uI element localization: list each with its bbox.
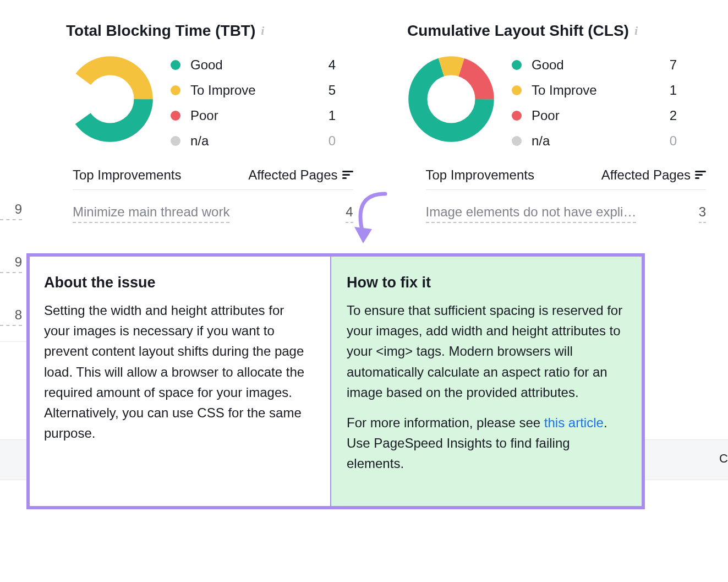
issue-callout: About the issue Setting the width and he… (26, 253, 645, 509)
affected-pages-heading[interactable]: Affected Pages (248, 167, 337, 183)
info-icon[interactable]: i (261, 24, 264, 38)
metric-cls-card: Cumulative Layout Shift (CLS) i Good7 To… (407, 22, 677, 149)
legend-tbt: Good4 To Improve5 Poor1 n/a0 (171, 55, 336, 149)
side-count: 9 (0, 254, 22, 273)
top-improvements-heading: Top Improvements (426, 167, 534, 183)
legend-item: n/a0 (512, 133, 677, 149)
sort-icon[interactable] (342, 171, 353, 180)
how-to-fix-title: How to fix it (347, 274, 626, 291)
metric-tbt-card: Total Blocking Time (TBT) i Good4 To Imp… (66, 22, 336, 149)
dot-icon (171, 60, 180, 70)
legend-item: Poor2 (512, 108, 677, 123)
this-article-link[interactable]: this article (544, 415, 604, 430)
donut-chart-cls (407, 55, 495, 143)
dot-icon (512, 136, 522, 146)
dot-icon (512, 60, 522, 70)
how-to-fix-body-1: To ensure that sufficient spacing is res… (347, 300, 626, 402)
legend-item: Good7 (512, 57, 677, 73)
legend-item: Good4 (171, 57, 336, 73)
sort-icon[interactable] (695, 171, 706, 180)
dot-icon (171, 85, 180, 95)
how-to-fix-body-2: For more information, please see this ar… (347, 412, 626, 474)
donut-chart-tbt (66, 55, 154, 143)
side-count: 9 (0, 202, 22, 220)
improvement-row[interactable]: Minimize main thread work 4 (73, 204, 353, 223)
top-improvements-heading: Top Improvements (73, 167, 181, 183)
legend-cls: Good7 To Improve1 Poor2 n/a0 (512, 55, 677, 149)
curved-arrow-icon (347, 189, 396, 250)
improvement-label: Image elements do not have expli… (426, 204, 637, 223)
legend-item: To Improve5 (171, 83, 336, 98)
metric-cls-title: Cumulative Layout Shift (CLS) (407, 22, 629, 40)
legend-item: To Improve1 (512, 83, 677, 98)
divider (0, 341, 26, 342)
improvement-label: Minimize main thread work (73, 204, 229, 223)
metric-tbt-title: Total Blocking Time (TBT) (66, 22, 255, 40)
affected-pages-heading[interactable]: Affected Pages (601, 167, 691, 183)
side-count: 8 (0, 307, 22, 326)
dot-icon (512, 111, 522, 121)
improvement-count: 3 (699, 204, 706, 223)
dot-icon (512, 85, 522, 95)
improvement-row[interactable]: Image elements do not have expli… 3 (426, 204, 707, 223)
info-icon[interactable]: i (634, 24, 638, 38)
about-issue-title: About the issue (44, 274, 311, 291)
legend-item: n/a0 (171, 133, 336, 149)
about-issue-body: Setting the width and height attributes … (44, 300, 311, 443)
side-counts: 9 9 8 (0, 202, 22, 360)
dot-icon (171, 111, 180, 121)
truncated-text: C (719, 452, 728, 466)
legend-item: Poor1 (171, 108, 336, 123)
dot-icon (171, 136, 180, 146)
